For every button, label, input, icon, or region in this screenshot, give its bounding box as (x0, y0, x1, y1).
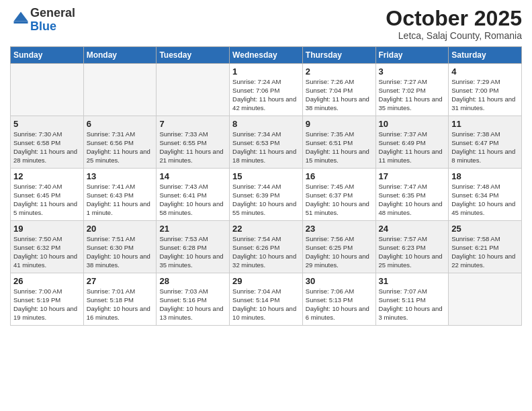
calendar-day-cell (83, 64, 157, 116)
day-number: 7 (159, 119, 226, 129)
calendar-day-cell: 14Sunrise: 7:43 AM Sunset: 6:41 PM Dayli… (157, 169, 230, 221)
day-detail: Sunrise: 7:00 AM Sunset: 5:19 PM Dayligh… (13, 287, 81, 322)
calendar-day-cell: 17Sunrise: 7:47 AM Sunset: 6:35 PM Dayli… (375, 169, 449, 221)
day-detail: Sunrise: 7:06 AM Sunset: 5:13 PM Dayligh… (306, 287, 373, 322)
header-sunday: Sunday (11, 47, 84, 64)
calendar-day-cell (157, 64, 230, 116)
day-number: 1 (232, 66, 300, 77)
day-number: 28 (159, 276, 226, 286)
day-detail: Sunrise: 7:43 AM Sunset: 6:41 PM Dayligh… (159, 183, 226, 217)
header-friday: Friday (375, 47, 449, 64)
day-number: 3 (379, 66, 446, 77)
calendar-day-cell: 31Sunrise: 7:07 AM Sunset: 5:11 PM Dayli… (375, 273, 449, 326)
calendar-day-cell: 28Sunrise: 7:03 AM Sunset: 5:16 PM Dayli… (157, 273, 230, 326)
day-number: 14 (159, 171, 226, 181)
calendar-day-cell: 8Sunrise: 7:34 AM Sunset: 6:53 PM Daylig… (230, 116, 303, 169)
day-detail: Sunrise: 7:35 AM Sunset: 6:51 PM Dayligh… (306, 130, 373, 165)
header-monday: Monday (83, 47, 157, 64)
day-detail: Sunrise: 7:29 AM Sunset: 7:00 PM Dayligh… (451, 78, 519, 112)
day-number: 30 (306, 276, 373, 286)
calendar-table: Sunday Monday Tuesday Wednesday Thursday… (10, 46, 522, 326)
calendar-day-cell: 6Sunrise: 7:31 AM Sunset: 6:56 PM Daylig… (83, 116, 157, 169)
calendar-day-cell: 29Sunrise: 7:04 AM Sunset: 5:14 PM Dayli… (230, 273, 303, 326)
day-number: 18 (451, 171, 519, 181)
calendar-day-cell (11, 64, 84, 116)
calendar-day-cell: 26Sunrise: 7:00 AM Sunset: 5:19 PM Dayli… (11, 273, 84, 326)
day-number: 12 (13, 171, 81, 181)
day-number: 27 (87, 276, 154, 286)
day-detail: Sunrise: 7:03 AM Sunset: 5:16 PM Dayligh… (159, 287, 226, 322)
header-thursday: Thursday (302, 47, 375, 64)
calendar-day-cell: 10Sunrise: 7:37 AM Sunset: 6:49 PM Dayli… (375, 116, 449, 169)
day-number: 13 (87, 171, 154, 181)
header-tuesday: Tuesday (157, 47, 230, 64)
calendar-day-cell: 21Sunrise: 7:53 AM Sunset: 6:28 PM Dayli… (157, 221, 230, 273)
calendar-day-cell: 24Sunrise: 7:57 AM Sunset: 6:23 PM Dayli… (375, 221, 449, 273)
logo-blue-text: Blue (30, 19, 56, 33)
day-number: 22 (232, 224, 300, 234)
day-number: 29 (232, 276, 300, 286)
day-number: 16 (306, 171, 373, 181)
day-number: 2 (306, 66, 373, 77)
day-detail: Sunrise: 7:58 AM Sunset: 6:21 PM Dayligh… (451, 235, 519, 269)
calendar-day-cell: 27Sunrise: 7:01 AM Sunset: 5:18 PM Dayli… (83, 273, 157, 326)
svg-marker-0 (14, 11, 28, 21)
header-saturday: Saturday (449, 47, 522, 64)
day-detail: Sunrise: 7:47 AM Sunset: 6:35 PM Dayligh… (379, 183, 446, 217)
day-number: 15 (232, 171, 300, 181)
calendar-day-cell (449, 273, 522, 326)
calendar-week-row: 26Sunrise: 7:00 AM Sunset: 5:19 PM Dayli… (11, 273, 522, 326)
day-number: 24 (379, 224, 446, 234)
day-number: 20 (87, 224, 154, 234)
day-detail: Sunrise: 7:40 AM Sunset: 6:45 PM Dayligh… (13, 183, 81, 217)
month-title: October 2025 (386, 7, 522, 30)
calendar-week-row: 12Sunrise: 7:40 AM Sunset: 6:45 PM Dayli… (11, 169, 522, 221)
day-number: 8 (232, 119, 300, 129)
day-detail: Sunrise: 7:30 AM Sunset: 6:58 PM Dayligh… (13, 130, 81, 165)
day-number: 17 (379, 171, 446, 181)
calendar-day-cell: 23Sunrise: 7:56 AM Sunset: 6:25 PM Dayli… (302, 221, 375, 273)
day-number: 6 (87, 119, 154, 129)
calendar-day-cell: 11Sunrise: 7:38 AM Sunset: 6:47 PM Dayli… (449, 116, 522, 169)
calendar-day-cell: 25Sunrise: 7:58 AM Sunset: 6:21 PM Dayli… (449, 221, 522, 273)
day-number: 23 (306, 224, 373, 234)
day-number: 10 (379, 119, 446, 129)
calendar-day-cell: 2Sunrise: 7:26 AM Sunset: 7:04 PM Daylig… (302, 64, 375, 116)
day-detail: Sunrise: 7:24 AM Sunset: 7:06 PM Dayligh… (232, 78, 300, 112)
day-detail: Sunrise: 7:50 AM Sunset: 6:32 PM Dayligh… (13, 235, 81, 269)
day-detail: Sunrise: 7:57 AM Sunset: 6:23 PM Dayligh… (379, 235, 446, 269)
day-number: 31 (379, 276, 446, 286)
calendar-day-cell: 9Sunrise: 7:35 AM Sunset: 6:51 PM Daylig… (302, 116, 375, 169)
day-detail: Sunrise: 7:45 AM Sunset: 6:37 PM Dayligh… (306, 183, 373, 217)
day-number: 9 (306, 119, 373, 129)
calendar-day-cell: 30Sunrise: 7:06 AM Sunset: 5:13 PM Dayli… (302, 273, 375, 326)
day-detail: Sunrise: 7:41 AM Sunset: 6:43 PM Dayligh… (87, 183, 154, 217)
day-detail: Sunrise: 7:07 AM Sunset: 5:11 PM Dayligh… (379, 287, 446, 322)
calendar-day-cell: 19Sunrise: 7:50 AM Sunset: 6:32 PM Dayli… (11, 221, 84, 273)
day-detail: Sunrise: 7:27 AM Sunset: 7:02 PM Dayligh… (379, 78, 446, 112)
calendar-day-cell: 7Sunrise: 7:33 AM Sunset: 6:55 PM Daylig… (157, 116, 230, 169)
location-text: Letca, Salaj County, Romania (386, 30, 522, 41)
calendar-day-cell: 1Sunrise: 7:24 AM Sunset: 7:06 PM Daylig… (230, 64, 303, 116)
calendar-day-cell: 4Sunrise: 7:29 AM Sunset: 7:00 PM Daylig… (449, 64, 522, 116)
day-number: 21 (159, 224, 226, 234)
day-number: 25 (451, 224, 519, 234)
page-header: General Blue October 2025 Letca, Salaj C… (10, 7, 522, 41)
day-detail: Sunrise: 7:34 AM Sunset: 6:53 PM Dayligh… (232, 130, 300, 165)
day-number: 19 (13, 224, 81, 234)
header-wednesday: Wednesday (230, 47, 303, 64)
day-detail: Sunrise: 7:37 AM Sunset: 6:49 PM Dayligh… (379, 130, 446, 165)
day-number: 26 (13, 276, 81, 286)
day-number: 5 (13, 119, 81, 129)
calendar-week-row: 5Sunrise: 7:30 AM Sunset: 6:58 PM Daylig… (11, 116, 522, 169)
weekday-header-row: Sunday Monday Tuesday Wednesday Thursday… (11, 47, 522, 64)
svg-rect-1 (14, 21, 28, 24)
calendar-day-cell: 5Sunrise: 7:30 AM Sunset: 6:58 PM Daylig… (11, 116, 84, 169)
logo: General Blue (10, 7, 75, 34)
calendar-page: General Blue October 2025 Letca, Salaj C… (0, 0, 532, 411)
logo-icon (11, 9, 30, 28)
day-detail: Sunrise: 7:44 AM Sunset: 6:39 PM Dayligh… (232, 183, 300, 217)
calendar-day-cell: 20Sunrise: 7:51 AM Sunset: 6:30 PM Dayli… (83, 221, 157, 273)
day-detail: Sunrise: 7:53 AM Sunset: 6:28 PM Dayligh… (159, 235, 226, 269)
day-detail: Sunrise: 7:31 AM Sunset: 6:56 PM Dayligh… (87, 130, 154, 165)
